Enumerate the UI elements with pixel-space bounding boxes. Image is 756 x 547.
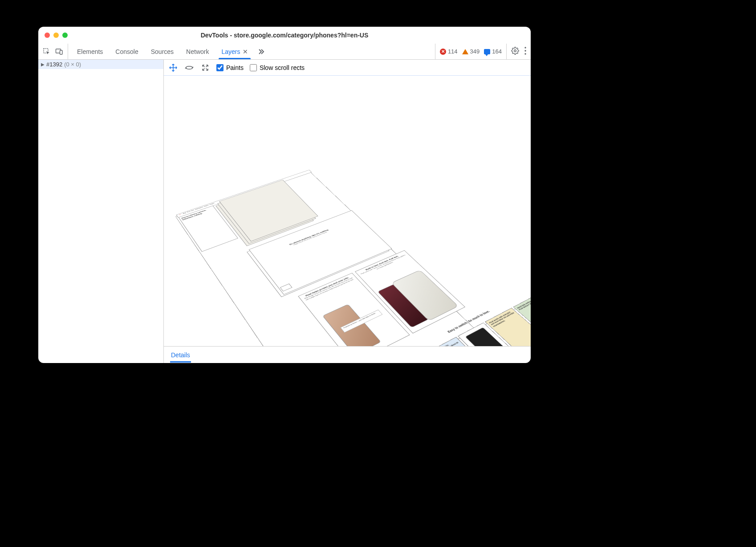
devtools-window: DevTools - store.google.com/category/pho… [38,27,531,363]
svg-point-5 [524,50,526,51]
layers-3d-canvas[interactable]: G Shop Pixel Nest Subscriptions Explore … [164,76,531,346]
composited-layer[interactable] [215,184,314,246]
status-counters: ✕ 114 349 164 [435,44,506,59]
errors-counter[interactable]: ✕ 114 [440,48,458,55]
composited-layer[interactable] [217,182,316,244]
details-tab[interactable]: Details [170,347,191,363]
hero-title: Extraordinary camera. Effortless editing… [181,207,214,221]
main-toolbar: Elements Console Sources Network Layers … [38,44,531,60]
inspect-element-icon[interactable] [43,48,51,56]
warnings-counter[interactable]: 349 [462,48,480,55]
settings-icon[interactable] [511,47,519,56]
panel-tabs: Elements Console Sources Network Layers … [68,44,435,59]
tab-network-label: Network [186,48,209,55]
window-title: DevTools - store.google.com/category/pho… [38,32,531,39]
composited-layer[interactable] [219,180,318,241]
message-icon [484,49,490,54]
minimize-window-button[interactable] [53,33,59,38]
errors-count: 114 [448,48,458,55]
messages-count: 164 [492,48,502,55]
tab-layers-label: Layers [221,48,240,55]
traffic-lights [45,33,68,38]
composited-layer[interactable]: Extraordinary camera. Effortless editing… [179,205,238,252]
toolbar-left-icons [38,44,68,59]
toolbar-far-right [506,44,531,59]
tab-elements[interactable]: Elements [71,44,109,59]
disclosure-triangle-icon[interactable]: ▶ [41,62,45,67]
slow-scroll-checkbox-input[interactable] [250,64,257,71]
tab-layers[interactable]: Layers ✕ [215,44,254,59]
messages-counter[interactable]: 164 [484,48,502,55]
details-drawer: Details [164,346,531,363]
more-tabs-button[interactable] [254,44,268,59]
layer-tree-row[interactable]: ▶ #1392 (0 × 0) [38,60,163,69]
layer-dimensions: (0 × 0) [64,61,81,68]
composited-layer[interactable]: G Shop Pixel Nest Subscriptions Explore … [176,170,312,218]
reset-view-icon[interactable] [200,63,210,73]
paints-checkbox[interactable]: Paints [216,64,244,71]
layer-id: #1392 [46,61,62,68]
tab-console-label: Console [115,48,138,55]
device-toolbar-icon[interactable] [55,48,63,56]
layers-sidebar[interactable]: ▶ #1392 (0 × 0) [38,60,164,363]
slow-scroll-checkbox[interactable]: Slow scroll rects [250,64,305,71]
close-icon[interactable]: ✕ [243,48,248,55]
details-tab-label: Details [171,351,190,359]
tab-elements-label: Elements [77,48,103,55]
tab-sources-label: Sources [151,48,174,55]
pan-mode-icon[interactable] [168,63,178,73]
svg-point-3 [514,50,516,52]
tab-sources[interactable]: Sources [145,44,180,59]
card-help-title: Need help setting up your Pixel device? … [516,296,531,311]
tab-network[interactable]: Network [180,44,215,59]
svg-point-6 [524,53,526,54]
rotate-mode-icon[interactable] [184,63,194,73]
window-titlebar: DevTools - store.google.com/category/pho… [38,27,531,44]
layers-main: Paints Slow scroll rects G Shop Pixel Ne… [164,60,531,363]
layers-toolbar: Paints Slow scroll rects [164,60,531,76]
paints-checkbox-input[interactable] [216,64,224,71]
tab-console[interactable]: Console [109,44,144,59]
svg-rect-2 [60,50,63,54]
anything-title: Do almost anything, like it's nothing. [257,217,359,258]
more-options-icon[interactable] [524,47,526,56]
zoom-window-button[interactable] [62,33,68,38]
svg-point-7 [186,66,193,69]
slow-scroll-label: Slow scroll rects [260,64,305,71]
warning-icon [462,49,468,54]
paints-label: Paints [226,64,244,71]
warnings-count: 349 [470,48,480,55]
panel-content: ▶ #1392 (0 × 0) Paints [38,60,531,363]
error-icon: ✕ [440,49,446,55]
close-window-button[interactable] [45,33,50,38]
svg-point-4 [524,47,526,48]
